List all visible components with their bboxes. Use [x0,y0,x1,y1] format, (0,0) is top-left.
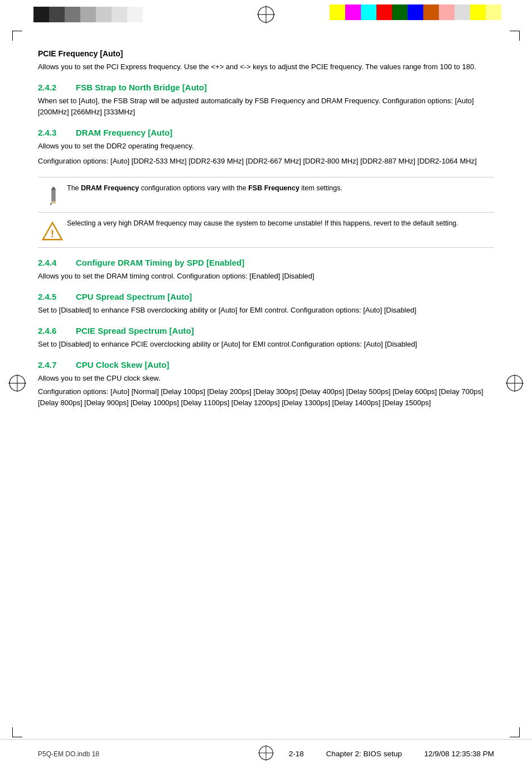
section-245-text: Set to [Disabled] to enhance FSB overclo… [38,305,494,316]
section-244-title: Configure DRAM Timing by SPD [Enabled] [76,258,244,267]
corner-mark-br [510,727,520,737]
note-text: The DRAM Frequency configuration options… [67,183,494,194]
section-247-text1: Allows you to set the CPU clock skew. [38,373,494,384]
warning-text: Selecting a very high DRAM frequency may… [67,218,494,229]
section-242-num: 2.4.2 [38,83,76,92]
svg-rect-12 [51,201,56,203]
footer-file: P5Q-EM DO.indb 18 [38,750,99,758]
reg-color-gray [454,4,470,20]
corner-mark-bl [12,727,22,737]
warning-box: ! Selecting a very high DRAM frequency m… [38,213,494,248]
chapter-title: Chapter 2: BIOS setup [326,750,402,758]
top-right-color-blocks [330,4,501,20]
note-bold-dram: DRAM Frequency [81,184,139,192]
section-246-num: 2.4.6 [38,326,76,335]
main-content: PCIE Frequency [Auto] Allows you to set … [38,49,494,712]
bottom-center-crosshair [258,745,274,762]
corner-mark-tr [510,31,520,41]
reg-color-yellow2 [470,4,486,20]
page-number: 2-18 [289,750,304,758]
section-244-num: 2.4.4 [38,258,76,267]
color-block-4 [80,7,96,22]
pencil-icon [42,185,63,207]
section-246-heading: 2.4.6 PCIE Spread Spectrum [Auto] [38,326,494,335]
section-243-text2: Configuration options: [Auto] [DDR2-533 … [38,156,494,167]
svg-marker-9 [50,203,52,205]
reg-color-orange [423,4,439,20]
color-block-7 [127,7,143,22]
section-247-heading: 2.4.7 CPU Clock Skew [Auto] [38,360,494,369]
top-bar [0,0,532,29]
section-245-heading: 2.4.5 CPU Spread Spectrum [Auto] [38,292,494,301]
svg-text:!: ! [51,228,54,239]
side-crosshair-left [8,375,26,394]
note-text-after: item settings. [299,184,342,192]
color-block-2 [49,7,65,22]
section-243-heading: 2.4.3 DRAM Frequency [Auto] [38,128,494,137]
note-text-before: The [67,184,81,192]
section-243-text: Allows you to set the DDR2 operating fre… [38,141,494,152]
bottom-bar: P5Q-EM DO.indb 18 2-18 Chapter 2: BIOS s… [0,739,532,768]
color-block-5 [96,7,112,22]
top-left-color-blocks [33,7,143,22]
svg-rect-10 [51,189,56,203]
reg-color-pink [439,4,454,20]
note-text-mid: configuration options vary with the [139,184,248,192]
reg-color-cyan [361,4,376,20]
reg-color-magenta [345,4,361,20]
section-242-heading: 2.4.2 FSB Strap to North Bridge [Auto] [38,83,494,92]
reg-color-lightyellow [486,4,501,20]
pcie-freq-heading: PCIE Frequency [Auto] [38,49,494,58]
reg-color-green [392,4,408,20]
svg-marker-11 [51,186,56,189]
color-block-3 [65,7,80,22]
note-box: The DRAM Frequency configuration options… [38,177,494,213]
color-block-6 [112,7,127,22]
warning-icon: ! [38,218,67,242]
note-bold-fsb: FSB Frequency [248,184,299,192]
section-244-heading: 2.4.4 Configure DRAM Timing by SPD [Enab… [38,258,494,267]
reg-color-blue [408,4,423,20]
section-243-num: 2.4.3 [38,128,76,137]
page-wrapper: PCIE Frequency [Auto] Allows you to set … [0,0,532,768]
color-block-1 [33,7,49,22]
svg-rect-13 [51,189,56,190]
section-247-num: 2.4.7 [38,360,76,369]
section-244-text: Allows you to set the DRAM timing contro… [38,271,494,282]
note-icon [38,183,67,207]
footer-date: 12/9/08 12:35:38 PM [424,750,494,758]
footer-right-group: 2-18 Chapter 2: BIOS setup 12/9/08 12:35… [289,750,494,758]
side-crosshair-right [506,375,524,394]
section-247-title: CPU Clock Skew [Auto] [76,360,170,369]
center-crosshair [257,6,275,25]
section-242-text: When set to [Auto], the FSB Strap will b… [38,95,494,118]
section-246-text: Set to [Disabled] to enhance PCIE overcl… [38,339,494,350]
warning-triangle-icon: ! [42,220,63,242]
section-245-title: CPU Spread Spectrum [Auto] [76,292,192,301]
pcie-freq-text: Allows you to set the PCI Express freque… [38,61,494,73]
section-243-title: DRAM Frequency [Auto] [76,128,172,137]
corner-mark-tl [12,31,22,41]
section-245-num: 2.4.5 [38,292,76,301]
reg-color-red [376,4,392,20]
section-247-text2: Configuration options: [Auto] [Normal] [… [38,386,494,409]
reg-color-yellow [330,4,345,20]
section-242-title: FSB Strap to North Bridge [Auto] [76,83,207,92]
section-246-title: PCIE Spread Spectrum [Auto] [76,326,194,335]
